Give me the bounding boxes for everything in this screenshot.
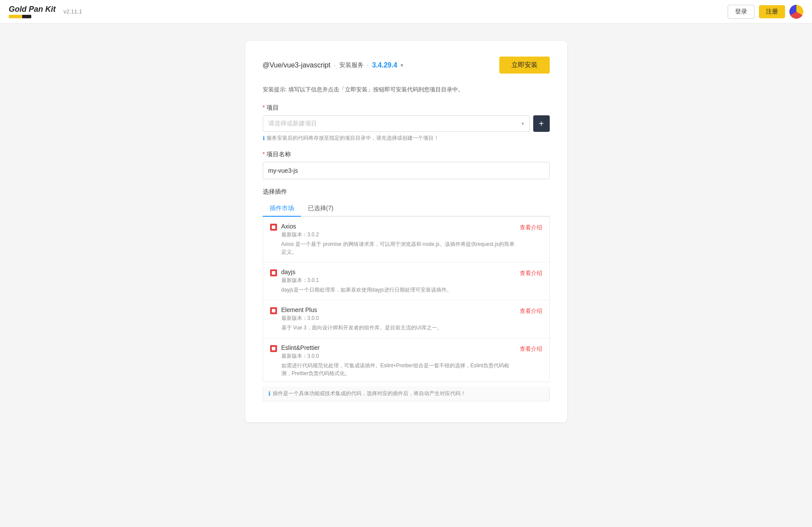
service-name: @Vue/vue3-javascript: [263, 61, 331, 69]
plugin-checkbox-elementplus[interactable]: [270, 307, 277, 314]
select-chevron-icon: ▾: [521, 121, 524, 127]
main-content: @Vue/vue3-javascript · 安装服务 · 3.4.29.4 ▾…: [245, 41, 567, 422]
list-item: dayjs 最新版本：3.0.1 dayjs是一个日期处理库，如果喜欢使用day…: [263, 262, 549, 300]
plugin-version: 最新版本：3.0.1: [281, 277, 515, 284]
app-title: Gold Pan Kit: [9, 5, 56, 14]
plugin-name: Element Plus: [281, 306, 515, 313]
tab-selected[interactable]: 已选择(7): [301, 201, 341, 217]
plugin-name: dayjs: [281, 269, 515, 275]
login-button[interactable]: 登录: [728, 5, 755, 19]
plugin-list: Axios 最新版本：3.0.2 Axios 是一个基于 promise 的网络…: [263, 217, 550, 382]
page-title-row: @Vue/vue3-javascript · 安装服务 · 3.4.29.4 ▾: [263, 61, 404, 69]
app-version: v2.11.1: [63, 8, 82, 15]
header-right: 登录 注册: [728, 5, 803, 19]
tabs-bar: 插件市场 已选择(7): [263, 201, 550, 217]
avatar[interactable]: [789, 5, 803, 19]
required-star2: *: [263, 151, 265, 158]
install-service-label: 安装服务: [339, 61, 364, 69]
logo-box: Gold Pan Kit: [9, 5, 56, 19]
dot1: ·: [334, 62, 336, 69]
page-header: @Vue/vue3-javascript · 安装服务 · 3.4.29.4 ▾…: [263, 57, 550, 74]
plugin-info-eslint: Eslint&Prettier 最新版本：3.0.0 如需进行代码规范化处理，可…: [281, 344, 515, 377]
info-icon: ℹ: [263, 135, 265, 141]
project-select-row: 请选择或新建项目 ▾ +: [263, 115, 550, 132]
required-star: *: [263, 104, 265, 111]
plugin-version: 最新版本：3.0.0: [281, 315, 515, 322]
bottom-hint: ℹ 插件是一个具体功能或技术集成的代码，选择对应的插件后，将自动产生对应代码！: [263, 386, 550, 401]
plugin-link-axios[interactable]: 查看介绍: [520, 224, 542, 232]
plugin-link-eslint[interactable]: 查看介绍: [520, 345, 542, 353]
project-field-section: *项目 请选择或新建项目 ▾ + ℹ 服务安装后的代码将存放至指定的项目目录中，…: [263, 104, 550, 142]
plugin-desc: 如需进行代码规范化处理，可集成该插件。Eslint+Prettier组合是一套不…: [281, 362, 515, 377]
plugin-name: Axios: [281, 223, 515, 230]
bottom-hint-text: 插件是一个具体功能或技术集成的代码，选择对应的插件后，将自动产生对应代码！: [273, 390, 466, 397]
service-version[interactable]: 3.4.29.4: [372, 61, 397, 69]
add-project-button[interactable]: +: [533, 115, 550, 132]
plugin-checkbox-axios[interactable]: [270, 224, 277, 231]
logo-bar: [9, 15, 31, 18]
plugin-info-dayjs: dayjs 最新版本：3.0.1 dayjs是一个日期处理库，如果喜欢使用day…: [281, 269, 515, 294]
plugin-version: 最新版本：3.0.2: [281, 231, 515, 238]
plugin-link-elementplus[interactable]: 查看介绍: [520, 307, 542, 315]
dot2: ·: [367, 62, 369, 69]
list-item: Axios 最新版本：3.0.2 Axios 是一个基于 promise 的网络…: [263, 217, 549, 262]
plugin-info-elementplus: Element Plus 最新版本：3.0.0 基于 Vue 3，面向设计师和开…: [281, 306, 515, 332]
plugin-link-dayjs[interactable]: 查看介绍: [520, 269, 542, 277]
list-item: Eslint&Prettier 最新版本：3.0.0 如需进行代码规范化处理，可…: [263, 338, 549, 382]
header: Gold Pan Kit v2.11.1 登录 注册: [0, 0, 812, 23]
plugin-checkbox-dayjs[interactable]: [270, 269, 277, 276]
project-hint: ℹ 服务安装后的代码将存放至指定的项目目录中，请先选择或创建一个项目！: [263, 134, 550, 142]
project-name-input[interactable]: [263, 162, 550, 179]
list-item: Element Plus 最新版本：3.0.0 基于 Vue 3，面向设计师和开…: [263, 300, 549, 338]
plugin-desc: Axios 是一个基于 promise 的网络请求库，可以用于浏览器和 node…: [281, 240, 515, 256]
chevron-down-icon[interactable]: ▾: [401, 62, 403, 68]
info-icon-bottom: ℹ: [268, 390, 271, 397]
plugin-name: Eslint&Prettier: [281, 344, 515, 351]
header-left: Gold Pan Kit v2.11.1: [9, 5, 82, 19]
checkbox-inner: [272, 347, 275, 350]
plugin-desc: dayjs是一个日期处理库，如果喜欢使用dayjs进行日期处理可安装该插件。: [281, 286, 515, 294]
plugin-info-axios: Axios 最新版本：3.0.2 Axios 是一个基于 promise 的网络…: [281, 223, 515, 256]
install-button[interactable]: 立即安装: [499, 57, 550, 74]
project-name-label: *项目名称: [263, 151, 550, 158]
install-hint: 安装提示: 填写以下信息并点击「立即安装」按钮即可安装代码到您项目目录中。: [263, 86, 550, 94]
checkbox-inner: [272, 225, 275, 229]
plugin-checkbox-eslint[interactable]: [270, 345, 277, 352]
register-button[interactable]: 注册: [759, 5, 785, 18]
plugin-version: 最新版本：3.0.0: [281, 352, 515, 360]
plugin-section: 选择插件 插件市场 已选择(7) Axios 最新版本：3.0.2 Axios …: [263, 188, 550, 401]
plugin-desc: 基于 Vue 3，面向设计师和开发者的组件库。是目前主流的UI库之一。: [281, 324, 515, 332]
project-select[interactable]: 请选择或新建项目 ▾: [263, 115, 530, 132]
plugin-section-title: 选择插件: [263, 188, 550, 196]
checkbox-inner: [272, 309, 275, 312]
checkbox-inner: [272, 271, 275, 275]
project-name-section: *项目名称: [263, 151, 550, 179]
tab-plugin-market[interactable]: 插件市场: [263, 201, 301, 217]
project-placeholder: 请选择或新建项目: [268, 120, 317, 128]
project-label: *项目: [263, 104, 550, 112]
